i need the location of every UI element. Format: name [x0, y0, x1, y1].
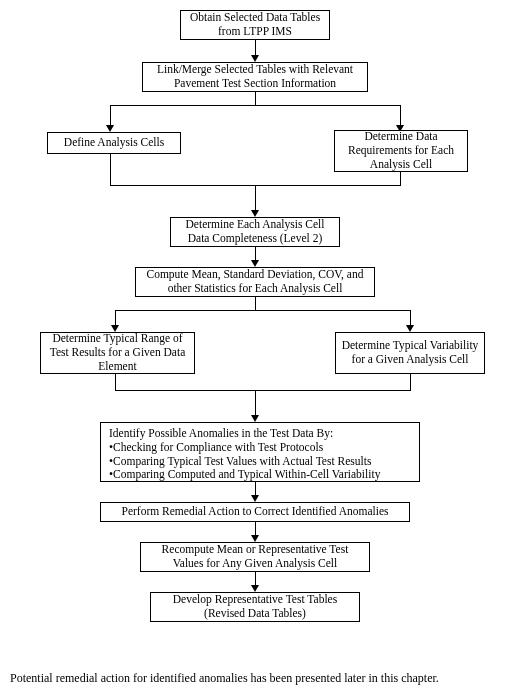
connector: [400, 172, 401, 185]
text: Compute Mean, Standard Deviation, COV, a…: [140, 268, 370, 296]
box-identify-anomalies: Identify Possible Anomalies in the Test …: [100, 422, 420, 482]
box-typical-variability: Determine Typical Variability for a Give…: [335, 332, 485, 374]
arrowhead-icon: [106, 125, 114, 132]
text: Recompute Mean or Representative Test Va…: [145, 543, 365, 571]
text: Perform Remedial Action to Correct Ident…: [122, 505, 389, 519]
box-determine-reqs: Determine Data Requirements for Each Ana…: [334, 130, 468, 172]
text-item: •Comparing Computed and Typical Within-C…: [109, 468, 380, 482]
text-item: •Checking for Compliance with Test Proto…: [109, 441, 323, 455]
connector: [255, 390, 256, 418]
text: Link/Merge Selected Tables with Relevant…: [147, 63, 363, 91]
arrowhead-icon: [251, 210, 259, 217]
connector: [115, 390, 411, 391]
box-develop-tables: Develop Representative Test Tables (Revi…: [150, 592, 360, 622]
arrowhead-icon: [251, 55, 259, 62]
box-recompute: Recompute Mean or Representative Test Va…: [140, 542, 370, 572]
text-item: •Comparing Typical Test Values with Actu…: [109, 455, 371, 469]
text: Develop Representative Test Tables (Revi…: [155, 593, 355, 621]
arrowhead-icon: [111, 325, 119, 332]
text: Determine Each Analysis Cell Data Comple…: [175, 218, 335, 246]
box-typical-range: Determine Typical Range of Test Results …: [40, 332, 195, 374]
arrowhead-icon: [251, 260, 259, 267]
text: Determine Typical Variability for a Give…: [340, 339, 480, 367]
footer-text: Potential remedial action for identified…: [10, 671, 505, 686]
text: Determine Data Requirements for Each Ana…: [339, 130, 463, 171]
connector: [255, 92, 256, 105]
flowchart: Obtain Selected Data Tables from LTPP IM…: [10, 10, 505, 670]
arrowhead-icon: [251, 535, 259, 542]
box-obtain-tables: Obtain Selected Data Tables from LTPP IM…: [180, 10, 330, 40]
box-define-cells: Define Analysis Cells: [47, 132, 181, 154]
arrowhead-icon: [251, 495, 259, 502]
connector: [255, 185, 256, 213]
text: Determine Typical Range of Test Results …: [45, 332, 190, 373]
connector: [410, 374, 411, 390]
arrowhead-icon: [406, 325, 414, 332]
connector: [255, 297, 256, 310]
box-remedial-action: Perform Remedial Action to Correct Ident…: [100, 502, 410, 522]
box-compute-stats: Compute Mean, Standard Deviation, COV, a…: [135, 267, 375, 297]
connector: [115, 310, 410, 311]
box-completeness: Determine Each Analysis Cell Data Comple…: [170, 217, 340, 247]
connector: [110, 105, 400, 106]
arrowhead-icon: [251, 415, 259, 422]
text: Obtain Selected Data Tables from LTPP IM…: [185, 11, 325, 39]
connector: [115, 374, 116, 390]
arrowhead-icon: [251, 585, 259, 592]
connector: [110, 154, 111, 185]
box-link-merge: Link/Merge Selected Tables with Relevant…: [142, 62, 368, 92]
text-title: Identify Possible Anomalies in the Test …: [109, 427, 333, 441]
text: Define Analysis Cells: [64, 136, 164, 150]
